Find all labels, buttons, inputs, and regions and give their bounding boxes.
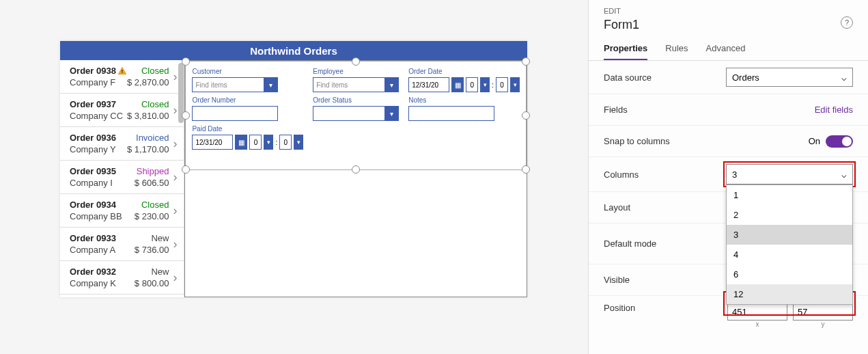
order-number: Order 0932 [70, 267, 116, 277]
order-item[interactable]: Order 0934ClosedCompany BB$ 230.00› [60, 194, 184, 228]
chevron-down-icon[interactable]: ▾ [480, 77, 490, 92]
prop-label: Position [604, 303, 635, 313]
order-amount: $ 606.50 [135, 178, 169, 188]
form-control[interactable]: Customer Find items▾ Employee Find items… [184, 60, 527, 297]
resize-handle[interactable] [352, 165, 360, 174]
field-order-status: Order Status ▾ [313, 96, 399, 121]
title-bar: Northwind Orders [60, 41, 527, 60]
field-employee: Employee Find items▾ [313, 68, 399, 92]
dropdown-option[interactable]: 12 [727, 284, 852, 304]
order-status: New [151, 233, 169, 243]
field-label: Order Number [192, 96, 303, 104]
chevron-down-icon[interactable]: ▾ [264, 78, 277, 92]
order-amount: $ 736.00 [135, 245, 169, 255]
chevron-down-icon[interactable]: ▾ [384, 78, 398, 92]
order-item[interactable]: Order 0935ShippedCompany I$ 606.50› [60, 161, 184, 194]
prop-data-source: Data source Orders⌵ [589, 61, 868, 94]
order-date-input[interactable]: 12/31/20 [408, 77, 449, 92]
order-number: Order 0938! [70, 66, 127, 77]
field-label: Employee [313, 68, 399, 75]
dropdown-option[interactable]: 2 [727, 205, 852, 225]
tab-properties[interactable]: Properties [604, 39, 647, 60]
company-name: Company BB [70, 211, 122, 221]
order-amount: $ 230.00 [135, 211, 169, 221]
company-name: Company K [70, 278, 116, 288]
prop-fields: Fields Edit fields [589, 94, 868, 126]
prop-label: Default mode [604, 239, 656, 249]
order-status: Closed [141, 99, 169, 109]
company-name: Company A [70, 245, 115, 255]
chevron-right-icon[interactable]: › [169, 204, 181, 218]
order-item[interactable]: Order 0937ClosedCompany CC$ 3,810.00› [60, 94, 184, 127]
prop-label: Data source [604, 72, 652, 83]
dropdown-option[interactable]: 6 [727, 264, 852, 284]
edit-label: EDIT [589, 0, 868, 15]
hour-spinner[interactable]: 0 [466, 77, 478, 92]
field-customer: Customer Find items▾ [192, 68, 303, 92]
chevron-right-icon[interactable]: › [169, 137, 181, 151]
order-item[interactable]: Order 0936InvoicedCompany Y$ 1,170.00› [60, 127, 184, 161]
toggle-value: On [809, 136, 820, 146]
order-amount: $ 2,870.00 [127, 77, 169, 87]
order-number-input[interactable] [192, 106, 278, 121]
order-amount: $ 3,810.00 [127, 111, 169, 121]
notes-input[interactable] [408, 106, 494, 121]
chevron-down-icon[interactable]: ▾ [384, 107, 398, 120]
prop-snap-to-columns: Snap to columns On [589, 126, 868, 157]
tab-rules[interactable]: Rules [665, 39, 688, 60]
tab-advanced[interactable]: Advanced [706, 39, 746, 60]
prop-label: Visible [604, 275, 630, 285]
chevron-right-icon[interactable]: › [169, 271, 181, 285]
columns-dropdown[interactable]: 3⌵ [726, 164, 853, 185]
scrollbar-thumb[interactable] [178, 63, 184, 123]
employee-combobox[interactable]: Find items▾ [313, 77, 399, 92]
field-label: Order Status [313, 96, 399, 104]
chevron-right-icon[interactable]: › [169, 170, 181, 185]
order-status-dropdown[interactable]: ▾ [313, 106, 399, 121]
order-status: New [151, 267, 169, 277]
minute-spinner[interactable]: 0 [279, 135, 292, 150]
order-status: Closed [141, 200, 169, 210]
order-item[interactable]: Order 0933NewCompany A$ 736.00› [60, 228, 184, 261]
svg-text:!: ! [122, 69, 123, 74]
order-item[interactable]: Order 0938!ClosedCompany F$ 2,870.00› [60, 60, 184, 94]
company-name: Company F [70, 77, 115, 87]
company-name: Company CC [70, 111, 123, 121]
order-status: Shipped [137, 166, 169, 176]
field-label: Notes [408, 96, 520, 104]
edit-fields-link[interactable]: Edit fields [815, 105, 853, 115]
dropdown-option[interactable]: 3 [727, 225, 852, 245]
data-source-dropdown[interactable]: Orders⌵ [726, 68, 853, 87]
customer-combobox[interactable]: Find items▾ [192, 77, 278, 92]
prop-label: Snap to columns [604, 136, 670, 146]
prop-columns: Columns 3⌵ 1234612 [589, 157, 868, 192]
order-item[interactable]: Order 0932NewCompany K$ 800.00› [60, 261, 184, 295]
paid-date-input[interactable]: 12/31/20 [192, 135, 233, 150]
order-status: Closed [141, 66, 169, 76]
chevron-down-icon[interactable]: ▾ [510, 77, 520, 92]
order-number: Order 0936 [70, 133, 116, 143]
control-name: Form1 [589, 15, 868, 39]
chevron-right-icon[interactable]: › [169, 237, 181, 251]
chevron-down-icon[interactable]: ▾ [294, 135, 303, 150]
dropdown-option[interactable]: 4 [727, 245, 852, 264]
position-x-input[interactable]: 451 [727, 303, 787, 321]
calendar-icon[interactable]: ▦ [235, 135, 247, 150]
dropdown-option[interactable]: 1 [727, 185, 852, 205]
hour-spinner[interactable]: 0 [249, 135, 262, 150]
order-gallery[interactable]: Order 0938!ClosedCompany F$ 2,870.00›Ord… [60, 60, 184, 297]
panel-tabs: Properties Rules Advanced [589, 39, 868, 61]
minute-spinner[interactable]: 0 [496, 77, 508, 92]
resize-handle[interactable] [522, 165, 530, 174]
x-sublabel: x [727, 321, 787, 328]
help-icon[interactable]: ? [841, 16, 853, 29]
company-name: Company Y [70, 144, 116, 154]
snap-toggle[interactable] [826, 135, 853, 148]
chevron-down-icon[interactable]: ▾ [264, 135, 273, 150]
position-y-input[interactable]: 57 [793, 303, 853, 321]
order-amount: $ 800.00 [135, 278, 169, 288]
order-status: Invoiced [136, 133, 169, 143]
properties-panel: EDIT Form1 ? Properties Rules Advanced D… [588, 0, 868, 354]
calendar-icon[interactable]: ▦ [451, 77, 464, 92]
field-notes: Notes [408, 96, 520, 121]
